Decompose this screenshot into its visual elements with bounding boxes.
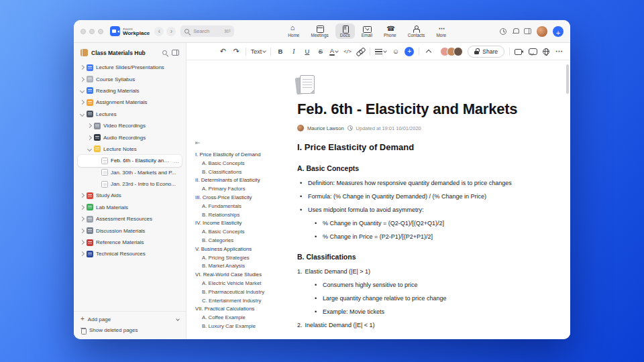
chevron-down-icon[interactable] xyxy=(80,112,85,117)
outline-item[interactable]: B. Categories xyxy=(195,237,288,245)
outline-item[interactable]: VI. Real-World Case Studies xyxy=(195,271,288,280)
forward-button[interactable]: › xyxy=(166,27,176,36)
back-button[interactable]: ‹ xyxy=(154,27,164,36)
chevron-right-icon[interactable] xyxy=(80,77,85,82)
doc-title[interactable]: Feb. 6th - Elasticity and Markets xyxy=(297,101,533,118)
outline-item[interactable]: A. Basic Concepts xyxy=(195,228,288,237)
doc-heading[interactable]: B. Classifications xyxy=(297,253,533,261)
outline-item[interactable]: A. Basic Concepts xyxy=(195,160,288,168)
outline-item[interactable]: A. Electric Vehicle Market xyxy=(195,280,288,288)
chevron-right-icon[interactable] xyxy=(87,135,92,139)
sidebar-item-feb-6-elasticity[interactable]: Feb. 6th - Elasticity and M... xyxy=(78,155,182,166)
doc-bullet-item[interactable]: % Change in Quantity = (Q2-Q1)/[(Q2+Q1)/… xyxy=(297,220,533,227)
sidebar-item-lectures[interactable]: Lectures xyxy=(78,109,182,120)
tab-phone[interactable]: Phone xyxy=(379,23,401,39)
emoji-button[interactable]: ☺ xyxy=(391,46,400,57)
sidebar-item-discussion-materials[interactable]: Discussion Materials xyxy=(78,225,182,236)
outline-item[interactable]: VII. Practical Calculations xyxy=(195,305,288,314)
chevron-down-icon[interactable] xyxy=(80,88,85,93)
close-window-button[interactable] xyxy=(80,29,86,34)
history-icon[interactable] xyxy=(500,28,506,35)
tab-docs[interactable]: Docs xyxy=(335,23,355,39)
chevron-right-icon[interactable] xyxy=(80,229,85,233)
more-button[interactable]: ⋯ xyxy=(555,46,564,57)
chevron-right-icon[interactable] xyxy=(87,123,92,128)
underline-button[interactable]: U xyxy=(303,46,311,57)
tab-more[interactable]: More xyxy=(431,23,451,39)
strikethrough-button[interactable]: S xyxy=(316,46,325,57)
sidebar-item-assessment-resources[interactable]: Assessment Resources xyxy=(78,213,182,225)
maximize-window-button[interactable] xyxy=(98,29,103,34)
outline-item[interactable]: A. Pricing Strategies xyxy=(195,254,288,263)
sidebar-item-jan-23-intro[interactable]: Jan. 23rd - Intro to Econo... xyxy=(78,178,182,190)
sidebar-collapse-icon[interactable] xyxy=(172,50,179,56)
insert-button[interactable] xyxy=(405,47,414,56)
outline-item[interactable]: B. Classifications xyxy=(195,168,288,177)
collapse-outline-icon[interactable] xyxy=(195,135,201,147)
sidebar-item-technical-resources[interactable]: Technical Resources xyxy=(78,248,182,259)
doc-bullet-item[interactable]: % Change in Price = (P2-P1)/[(P2+P1)/2] xyxy=(297,233,533,241)
chevron-down-icon[interactable] xyxy=(176,317,180,321)
text-style-button[interactable]: Text xyxy=(251,46,266,57)
doc-bullet-item[interactable]: Consumers highly sensitive to price xyxy=(297,282,533,289)
globe-button[interactable] xyxy=(541,46,550,57)
doc-bullet-item[interactable]: Definition: Measures how responsive quan… xyxy=(297,180,533,187)
sidebar-search-icon[interactable] xyxy=(162,50,168,56)
notifications-icon[interactable] xyxy=(512,28,519,35)
tab-meetings[interactable]: Meetings xyxy=(306,23,333,39)
more-options-icon[interactable] xyxy=(174,155,180,167)
doc-heading[interactable]: I. Price Elasticity of Demand xyxy=(297,142,533,152)
outline-item[interactable]: A. Primary Factors xyxy=(195,185,288,194)
sidebar-item-lab-materials[interactable]: Lab Materials xyxy=(78,202,182,213)
chevron-right-icon[interactable] xyxy=(80,193,85,198)
profile-avatar[interactable] xyxy=(537,26,547,37)
add-page-button[interactable]: Add page xyxy=(80,316,179,322)
doc-page-icon[interactable] xyxy=(297,75,317,95)
chevron-right-icon[interactable] xyxy=(80,240,85,245)
collaborator-avatar[interactable] xyxy=(453,47,463,56)
outline-item[interactable]: V. Business Applications xyxy=(195,245,288,254)
outline-item[interactable]: C. Entertainment Industry xyxy=(195,297,288,306)
bold-button[interactable]: B xyxy=(276,46,284,57)
sidebar-item-jan-30-markets[interactable]: Jan. 30th - Markets and P... xyxy=(78,167,182,178)
sidebar-item-audio-recordings[interactable]: Audio Recordings xyxy=(78,131,182,143)
text-color-button[interactable]: A xyxy=(329,46,338,57)
chevron-right-icon[interactable] xyxy=(80,65,85,70)
panel-toggle-icon[interactable] xyxy=(524,28,531,34)
chevron-right-icon[interactable] xyxy=(80,100,85,105)
minimize-window-button[interactable] xyxy=(89,29,95,34)
redo-button[interactable]: ↷ xyxy=(232,46,241,57)
sidebar-item-study-aids[interactable]: Study Aids xyxy=(78,190,182,201)
doc-bullet-item[interactable]: Formula: (% Change in Quantity Demanded)… xyxy=(297,193,533,200)
sidebar-item-course-syllabus[interactable]: Course Syllabus xyxy=(78,73,182,84)
outline-item[interactable]: B. Market Analysis xyxy=(195,262,288,271)
doc-bullet-item[interactable]: Large quantity change relative to price … xyxy=(297,295,533,302)
tab-home[interactable]: Home xyxy=(283,23,304,39)
camera-button[interactable] xyxy=(515,46,523,57)
chevron-right-icon[interactable] xyxy=(80,217,85,221)
share-button[interactable]: Share xyxy=(468,46,504,58)
chevron-down-icon[interactable] xyxy=(87,147,92,152)
italic-button[interactable]: I xyxy=(289,46,298,57)
outline-item[interactable]: B. Pharmaceutical Industry xyxy=(195,288,288,297)
collapse-button[interactable] xyxy=(424,46,433,57)
outline-item[interactable]: B. Relationships xyxy=(195,211,288,220)
sidebar-item-lecture-notes[interactable]: Lecture Notes xyxy=(78,143,182,155)
outline-item[interactable]: A. Fundamentals xyxy=(195,202,288,211)
doc-heading[interactable]: A. Basic Concepts xyxy=(297,164,533,172)
global-search-input[interactable]: Search ⌘F xyxy=(180,25,234,37)
list-button[interactable] xyxy=(375,46,386,57)
sidebar-item-video-recordings[interactable]: Video Recordings xyxy=(78,120,182,131)
sidebar-item-assignment-materials[interactable]: Assignment Materials xyxy=(78,97,182,108)
tab-email[interactable]: Email xyxy=(357,23,377,39)
outline-item[interactable]: B. Luxury Car Example xyxy=(195,322,288,331)
outline-item[interactable]: II. Determinants of Elasticity xyxy=(195,176,288,185)
sidebar-item-reference-materials[interactable]: Reference Materials xyxy=(78,237,182,248)
outline-item[interactable]: IV. Income Elasticity xyxy=(195,219,288,228)
chevron-right-icon[interactable] xyxy=(80,205,85,210)
vertical-scrollbar[interactable] xyxy=(566,64,569,94)
outline-item[interactable]: A. Coffee Example xyxy=(195,314,288,322)
doc-bullet-item[interactable]: Uses midpoint formula to avoid asymmetry… xyxy=(297,206,533,214)
tab-contacts[interactable]: Contacts xyxy=(403,23,430,39)
sidebar-item-reading-materials[interactable]: Reading Materials xyxy=(78,85,182,97)
